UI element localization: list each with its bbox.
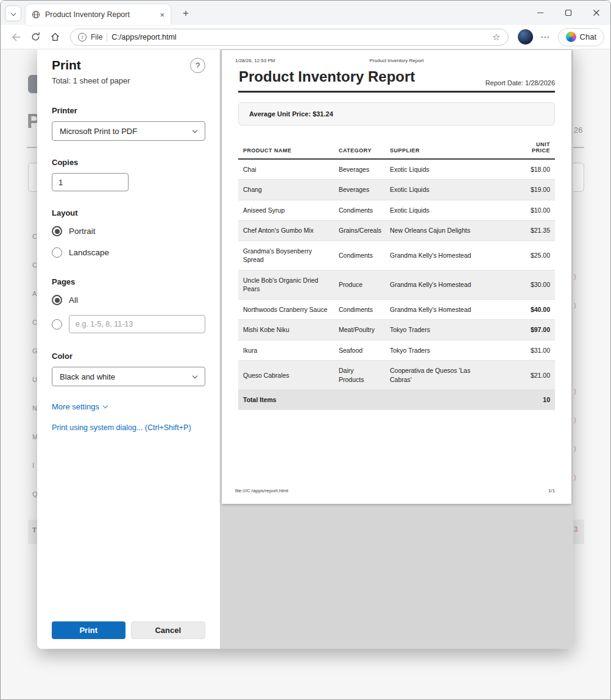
layout-landscape-option[interactable]: Landscape bbox=[52, 247, 205, 258]
print-preview-page: 1/28/26, 12:53 PM Product Inventory Repo… bbox=[222, 50, 571, 504]
radio-unchecked-icon[interactable] bbox=[52, 247, 62, 258]
system-dialog-link[interactable]: Print using system dialog... (Ctrl+Shift… bbox=[52, 423, 205, 432]
tab-search-button[interactable] bbox=[5, 5, 21, 21]
background-text-fragment: U bbox=[32, 377, 37, 383]
print-header-title: Product Inventory Report bbox=[370, 58, 424, 63]
maximize-button[interactable] bbox=[554, 1, 582, 25]
cancel-button[interactable]: Cancel bbox=[131, 621, 206, 639]
column-header-supplier: SUPPLIER bbox=[385, 136, 489, 159]
printer-select[interactable]: Microsoft Print to PDF bbox=[52, 121, 205, 141]
table-row: ChangBeveragesExotic Liquids$19.00 bbox=[238, 180, 555, 200]
color-label: Color bbox=[52, 352, 205, 361]
layout-landscape-label: Landscape bbox=[69, 248, 109, 257]
close-button[interactable] bbox=[582, 1, 610, 25]
pages-label: Pages bbox=[52, 277, 205, 286]
table-row: Chef Anton's Gumbo MixGrains/CerealsNew … bbox=[238, 221, 555, 241]
chevron-down-icon bbox=[10, 11, 15, 16]
print-preview-area[interactable]: 1/28/26, 12:53 PM Product Inventory Repo… bbox=[220, 49, 573, 649]
tab-close-icon[interactable]: × bbox=[160, 10, 164, 19]
globe-icon bbox=[32, 10, 40, 19]
browser-window: Product Inventory Report × + i File C:/a… bbox=[0, 0, 611, 700]
dialog-buttons: Print Cancel bbox=[52, 621, 205, 639]
table-row: Uncle Bob's Organic Dried PearsProduceGr… bbox=[238, 270, 555, 299]
table-row: Grandma's Boysenberry SpreadCondimentsGr… bbox=[238, 241, 555, 270]
average-price-box: Average Unit Price: $31.24 bbox=[238, 102, 555, 126]
print-settings-panel: Print ? Total: 1 sheet of paper Printer … bbox=[37, 49, 220, 649]
address-url[interactable]: C:/apps/report.html bbox=[111, 33, 488, 41]
help-button[interactable]: ? bbox=[190, 58, 205, 73]
color-select[interactable]: Black and white bbox=[52, 367, 205, 386]
pages-all-label: All bbox=[69, 295, 78, 305]
favorite-star-icon[interactable]: ☆ bbox=[492, 32, 500, 43]
report-table: PRODUCT NAME CATEGORY SUPPLIER UNIT PRIC… bbox=[238, 136, 555, 410]
background-text-fragment: C bbox=[32, 262, 37, 269]
layout-portrait-label: Portrait bbox=[69, 227, 96, 236]
layout-label: Layout bbox=[52, 208, 205, 217]
profile-avatar[interactable] bbox=[518, 29, 533, 44]
background-text-fragment: ) bbox=[574, 274, 576, 280]
background-text-fragment: ) bbox=[574, 474, 576, 481]
browser-titlebar: Product Inventory Report × + bbox=[1, 1, 610, 25]
minimize-button[interactable] bbox=[526, 1, 554, 25]
radio-checked-icon[interactable] bbox=[52, 295, 62, 305]
chevron-down-icon bbox=[192, 373, 197, 378]
print-button[interactable]: Print bbox=[52, 621, 125, 639]
table-row: IkuraSeafoodTokyo Traders$31.00 bbox=[238, 340, 555, 360]
column-header-price: UNIT PRICE bbox=[489, 136, 555, 159]
background-text-fragment: N bbox=[32, 405, 37, 412]
chevron-down-icon bbox=[192, 128, 197, 133]
copies-label: Copies bbox=[52, 158, 205, 167]
background-text-fragment: ) bbox=[574, 445, 576, 452]
browser-tab[interactable]: Product Inventory Report × bbox=[26, 4, 171, 25]
layout-portrait-option[interactable]: Portrait bbox=[52, 226, 205, 236]
chat-button[interactable]: Chat bbox=[558, 28, 604, 46]
report-total-row: Total Items 10 bbox=[238, 390, 555, 410]
print-footer-url: file:///C:/apps/report.html bbox=[235, 488, 288, 493]
background-text-fragment: A bbox=[32, 291, 37, 297]
copies-input[interactable] bbox=[52, 173, 129, 191]
background-text-fragment: ) bbox=[574, 302, 576, 309]
chat-label: Chat bbox=[580, 32, 596, 41]
address-bar[interactable]: i File C:/apps/report.html ☆ bbox=[70, 29, 509, 46]
background-text-fragment: C bbox=[32, 233, 37, 240]
print-dialog-title: Print bbox=[52, 58, 81, 72]
print-header-datetime: 1/28/26, 12:53 PM bbox=[235, 58, 275, 63]
title-underline bbox=[238, 91, 555, 93]
radio-checked-icon[interactable] bbox=[52, 226, 62, 236]
address-prefix: File bbox=[91, 33, 102, 41]
table-row: Queso CabralesDairy ProductsCooperativa … bbox=[238, 361, 555, 390]
report-table-body: ChaiBeveragesExotic Liquids$18.00ChangBe… bbox=[238, 159, 555, 390]
window-controls bbox=[526, 1, 610, 25]
printer-label: Printer bbox=[52, 106, 205, 115]
background-text-fragment: C bbox=[32, 319, 37, 326]
pages-custom-option[interactable] bbox=[52, 315, 205, 333]
table-row: Mishi Kobe NikuMeat/PoultryTokyo Traders… bbox=[238, 320, 555, 340]
back-button[interactable] bbox=[7, 28, 25, 46]
pages-all-option[interactable]: All bbox=[52, 295, 205, 305]
more-settings-link[interactable]: More settings bbox=[52, 402, 205, 411]
print-footer-page-number: 1/1 bbox=[548, 488, 555, 493]
page-content: PCCACGUNMIQT26))))))3 Print ? Total: 1 s… bbox=[1, 49, 610, 699]
home-button[interactable] bbox=[46, 28, 64, 46]
table-row: Northwoods Cranberry SauceCondimentsGran… bbox=[238, 299, 555, 319]
total-items-label: Total Items bbox=[238, 390, 489, 410]
copilot-icon bbox=[566, 32, 576, 42]
report-date: Report Date: 1/28/2026 bbox=[486, 79, 555, 87]
total-items-value: 10 bbox=[489, 390, 555, 410]
browser-menu-button[interactable]: ⋯ bbox=[537, 29, 553, 45]
background-text-fragment: I bbox=[32, 462, 34, 469]
browser-navbar: i File C:/apps/report.html ☆ ⋯ Chat bbox=[1, 25, 610, 49]
printer-select-value: Microsoft Print to PDF bbox=[60, 127, 137, 136]
new-tab-button[interactable]: + bbox=[178, 6, 193, 21]
address-divider bbox=[107, 33, 107, 41]
background-text-fragment: ) bbox=[574, 417, 576, 423]
radio-unchecked-icon[interactable] bbox=[52, 319, 62, 330]
report-table-foot: Total Items 10 bbox=[238, 390, 555, 410]
refresh-button[interactable] bbox=[26, 28, 44, 46]
info-icon[interactable]: i bbox=[78, 33, 87, 41]
pages-range-input[interactable] bbox=[69, 315, 205, 333]
column-header-product: PRODUCT NAME bbox=[238, 136, 334, 159]
print-dialog: Print ? Total: 1 sheet of paper Printer … bbox=[37, 49, 573, 649]
chevron-down-icon bbox=[103, 403, 108, 408]
background-text-fragment: 26 bbox=[574, 126, 582, 134]
